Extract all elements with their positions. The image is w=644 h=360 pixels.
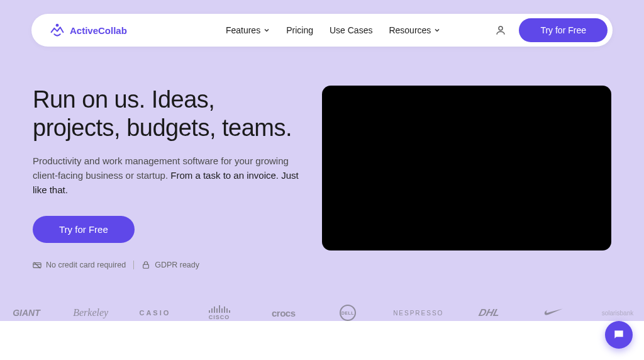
hero-badges: No credit card required GDPR ready [33, 261, 302, 269]
credit-card-icon [33, 261, 42, 269]
nav-features[interactable]: Features [226, 25, 270, 35]
nav-pricing[interactable]: Pricing [286, 25, 313, 35]
hero-video-placeholder[interactable] [322, 86, 611, 250]
hero-section: Run on us. Ideas, projects, budgets, tea… [0, 47, 644, 269]
logo-cisco: CISCO [201, 305, 238, 320]
svg-line-4 [34, 262, 41, 269]
activecollab-logo-icon [49, 23, 65, 37]
brand-logo[interactable]: ActiveCollab [49, 23, 127, 37]
chevron-down-icon [264, 27, 270, 33]
logo-nespresso: NESPRESSO [393, 310, 443, 317]
svg-point-1 [499, 26, 502, 30]
logo-crocs: crocs [265, 308, 303, 318]
nav-resources[interactable]: Resources [389, 25, 440, 35]
hero-left: Run on us. Ideas, projects, budgets, tea… [33, 86, 302, 269]
logo-dell: DELL [329, 305, 367, 321]
user-icon[interactable] [495, 25, 506, 36]
nav-right: Try for Free [495, 18, 608, 42]
logo-giant: GIANT [8, 308, 45, 318]
logo-casio: CASIO [136, 309, 174, 317]
badge-no-card: No credit card required [33, 261, 126, 269]
logo-berkeley: Berkeley [72, 307, 109, 318]
hero-description: Productivity and work management softwar… [33, 154, 302, 198]
top-navbar: ActiveCollab Features Pricing Use Cases … [31, 14, 613, 47]
client-logos-strip: GIANT Berkeley CASIO CISCO crocs DELL NE… [0, 269, 644, 321]
hero-title: Run on us. Ideas, projects, budgets, tea… [33, 86, 302, 142]
svg-point-0 [56, 24, 59, 27]
hero-cta-button[interactable]: Try for Free [33, 216, 135, 243]
bottom-section [0, 321, 644, 360]
lock-icon [142, 261, 150, 269]
nav-cta-button[interactable]: Try for Free [519, 18, 608, 42]
chevron-down-icon [434, 27, 440, 33]
logo-dhl: DHL [469, 307, 509, 318]
nav-links: Features Pricing Use Cases Resources [182, 25, 440, 35]
brand-name: ActiveCollab [70, 25, 127, 36]
badge-gdpr: GDPR ready [142, 261, 199, 269]
chat-widget-button[interactable] [605, 321, 633, 349]
svg-rect-5 [143, 265, 149, 269]
logo-nike [535, 308, 572, 317]
chat-icon [613, 329, 625, 341]
logo-solarisbank: solarisbank [599, 310, 636, 317]
badge-separator [133, 261, 134, 269]
nav-use-cases[interactable]: Use Cases [330, 25, 372, 35]
